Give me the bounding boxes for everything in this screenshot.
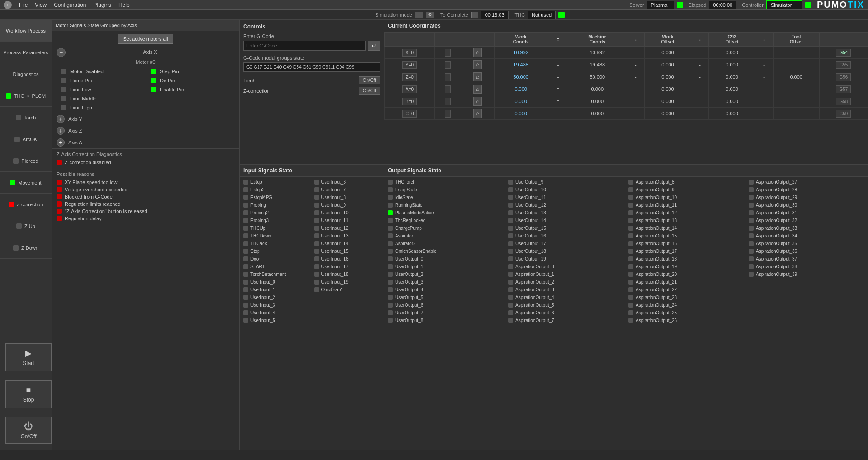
- sidebar-item-pierced[interactable]: Pierced: [0, 150, 52, 172]
- axis-z-label: Axis Z: [68, 128, 82, 133]
- right-area: Controls Enter G-Code ↵ G-Code modal gro…: [240, 20, 868, 450]
- signal-enable-pin: Enable Pin: [146, 86, 235, 93]
- server-led: [677, 2, 683, 8]
- out-sig-led-EstopState: [388, 187, 393, 192]
- start-button[interactable]: ▶ Start: [5, 343, 52, 371]
- info-btn-5[interactable]: I: [445, 110, 451, 118]
- info-btn-3[interactable]: I: [445, 85, 451, 93]
- top-right: Controls Enter G-Code ↵ G-Code modal gro…: [240, 20, 868, 165]
- axis-btn-5[interactable]: C=0: [402, 110, 417, 118]
- mach-coord-4: 0.000: [568, 95, 627, 108]
- home-btn-0[interactable]: ⌂: [473, 48, 482, 57]
- home-btn-2[interactable]: ⌂: [473, 72, 482, 81]
- output-sig-AspirationOutput_13: AspirationOutput_13: [627, 217, 746, 224]
- minus-axis-x[interactable]: −: [57, 48, 66, 57]
- mach-coord-3: 0.000: [568, 83, 627, 95]
- sig-led-UserInput_17: [314, 264, 319, 269]
- out-sig-name-AspirationOutput_22: AspirationOutput_22: [636, 287, 677, 292]
- output-sig-UserOutput_17: UserOutput_17: [506, 240, 626, 247]
- info-btn-1[interactable]: I: [445, 61, 451, 69]
- motor-signals-grid: Motor Disabled Step Pin Home Pin Dir Pin…: [52, 66, 239, 113]
- sidebar-item-z-down[interactable]: Z Down: [0, 237, 52, 259]
- gcode-btn-5[interactable]: G59: [836, 110, 851, 118]
- out-sig-led-AspirationOutput_35: [749, 241, 754, 246]
- axis-btn-2[interactable]: Z=0: [402, 73, 417, 81]
- add-axis-y-btn[interactable]: +: [57, 115, 65, 123]
- menu-file[interactable]: File: [19, 2, 28, 8]
- reason-gcode-led: [57, 194, 62, 199]
- output-sig-UserOutput_1: UserOutput_1: [386, 263, 505, 270]
- gcode-btn-4[interactable]: G58: [836, 98, 851, 105]
- sig-name-Stop: Stop: [250, 249, 260, 254]
- to-complete-value: 00:13:03: [481, 11, 509, 19]
- output-sig-OmichSensorEnable: OmichSensorEnable: [386, 248, 505, 255]
- output-sig-AspirationOutput_7: AspirationOutput_7: [506, 317, 626, 324]
- input-sig-UserInput_12: UserInput_12: [312, 225, 382, 232]
- input-sig-UserInput_7: UserInput_7: [312, 186, 382, 193]
- home-btn-1[interactable]: ⌂: [473, 60, 482, 69]
- sidebar-item-torch[interactable]: Torch: [0, 107, 52, 128]
- out-sig-led-AspirationOutput_22: [628, 287, 633, 292]
- axis-btn-3[interactable]: A=0: [402, 85, 417, 93]
- z-correction-toggle-btn[interactable]: On/Off: [359, 87, 380, 95]
- work-coord-2: 50.000: [495, 71, 547, 83]
- gcode-enter-btn[interactable]: ↵: [368, 41, 380, 51]
- home-btn-4[interactable]: ⌂: [473, 97, 482, 106]
- torch-toggle-btn[interactable]: On/Off: [359, 76, 380, 84]
- set-motors-btn[interactable]: Set active motors all: [118, 34, 173, 44]
- sig-led-UserInput_10: [314, 210, 319, 215]
- out-sig-led-Aspirator: [388, 233, 393, 238]
- sidebar-item-thc-plcm[interactable]: THC ↔ PLCM: [0, 85, 52, 107]
- pumotix-logo: PUMOTIX: [817, 0, 864, 10]
- info-btn-4[interactable]: I: [445, 98, 451, 105]
- output-sig-AspirationOutput_29: AspirationOutput_29: [747, 194, 866, 201]
- axis-btn-1[interactable]: Y=0: [402, 61, 417, 69]
- sidebar-item-arcok[interactable]: ArcOK: [0, 128, 52, 150]
- gcode-btn-1[interactable]: G55: [836, 61, 851, 69]
- axis-btn-0[interactable]: X=0: [402, 49, 417, 57]
- output-sig-AspirationOutput_24: AspirationOutput_24: [627, 302, 746, 308]
- out-sig-led-AspirationOutput_28: [749, 187, 754, 192]
- out-sig-led-AspirationOutput_23: [628, 295, 633, 300]
- gcode-input[interactable]: [243, 41, 366, 51]
- info-btn-2[interactable]: I: [445, 73, 451, 81]
- sidebar-z-correction-label: Z-correction: [17, 202, 43, 207]
- out-sig-led-AspirationOutput_4: [508, 295, 513, 300]
- sim-settings-btn[interactable]: ⚙: [426, 12, 434, 18]
- out-sig-name-UserOutput_10: UserOutput_10: [515, 187, 546, 192]
- sidebar-item-diagnostics[interactable]: Diagnostics: [0, 63, 52, 85]
- out-sig-name-UserOutput_16: UserOutput_16: [515, 233, 546, 238]
- stop-button[interactable]: ■ Stop: [5, 380, 52, 408]
- output-sig-UserOutput_10: UserOutput_10: [506, 186, 626, 193]
- axis-btn-4[interactable]: B=0: [402, 98, 417, 105]
- gcode-btn-3[interactable]: G57: [836, 85, 851, 93]
- onoff-button[interactable]: ⏻ On/Off: [5, 417, 52, 444]
- menu-view[interactable]: View: [35, 2, 47, 8]
- gcode-btn-0[interactable]: G54: [836, 49, 851, 57]
- home-btn-3[interactable]: ⌂: [473, 85, 482, 94]
- sidebar-item-z-up[interactable]: Z Up: [0, 215, 52, 237]
- menu-help[interactable]: Help: [118, 2, 130, 8]
- sidebar-item-process-parameters[interactable]: Process Parameters: [0, 42, 52, 63]
- output-sig-AspirationOutput_6: AspirationOutput_6: [506, 309, 626, 316]
- sidebar-item-z-correction[interactable]: Z-correction: [0, 194, 52, 215]
- work-coord-1: 19.488: [495, 59, 547, 71]
- out-sig-led-UserOutput_4: [388, 287, 393, 292]
- col-work-offset: WorkOffset: [645, 33, 691, 47]
- add-axis-z-btn[interactable]: +: [57, 127, 65, 135]
- sig-name-Estop2: Estop2: [250, 187, 264, 192]
- menu-plugins[interactable]: Plugins: [94, 2, 111, 8]
- controls-title: Controls: [243, 24, 380, 30]
- sidebar-item-movement[interactable]: Movement: [0, 172, 52, 194]
- reason-xy-led: [57, 180, 62, 185]
- add-axis-a-btn[interactable]: +: [57, 138, 65, 147]
- out-sig-led-AspirationOutput_30: [749, 203, 754, 208]
- bottom-right: Input Signals State EstopUserInput_6Esto…: [240, 165, 868, 450]
- out-sig-led-AspirationOutput_9: [628, 187, 633, 192]
- gcode-btn-2[interactable]: G56: [836, 73, 851, 81]
- menu-configuration[interactable]: Configuration: [54, 2, 86, 8]
- sig-name-UserInput_12: UserInput_12: [321, 226, 349, 231]
- home-btn-5[interactable]: ⌂: [473, 109, 482, 118]
- info-btn-0[interactable]: I: [445, 49, 451, 57]
- sidebar-item-workflow-process[interactable]: Workflow Process: [0, 20, 52, 42]
